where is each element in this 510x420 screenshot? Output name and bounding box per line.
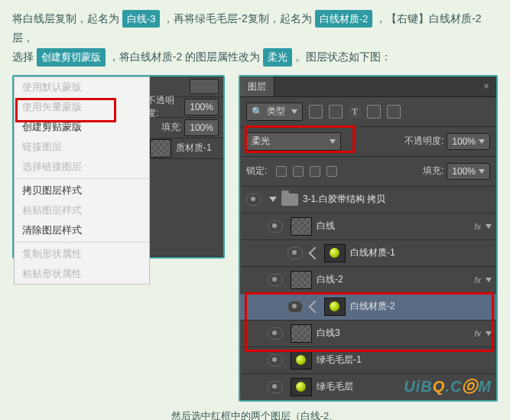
layer-thumb [291,324,312,343]
visibility-icon[interactable] [287,247,303,259]
fill-value[interactable]: 100% [447,163,490,180]
blend-mode-value: 柔光 [252,135,270,148]
blend-mode-dropdown[interactable]: 柔光 [246,132,341,151]
lock-trans-icon[interactable] [276,166,287,177]
layer-group[interactable]: 3-1.白胶带结构 拷贝 [240,187,496,213]
separator [15,178,149,179]
close-icon[interactable]: × [479,80,493,93]
tag-baixian3: 白线-3 [122,10,161,28]
fx-badge[interactable]: fx [474,222,481,231]
visibility-icon[interactable] [268,327,283,340]
visibility-icon[interactable] [268,354,283,366]
ctx-item: 链接图层 [15,137,149,157]
layer-thumb [291,271,312,289]
visibility-icon[interactable] [246,194,261,206]
layer-row-clipped[interactable]: 白线材质-2 [240,294,496,321]
clip-indicator-icon [308,246,321,259]
dropdown[interactable] [190,79,219,94]
layer-row[interactable]: 白线-2 fx [240,267,496,294]
instr-text: 选择 [12,50,34,63]
visibility-icon[interactable] [268,381,283,393]
instr-text: 将白线层复制，起名为 [12,12,119,24]
layer-thumb [291,351,312,370]
filter-smart-icon[interactable] [387,105,401,119]
opacity-label: 不透明度: [147,94,182,120]
layers-list: 3-1.白胶带结构 拷贝 白线 fx 白线材质-1 白线-2 fx [240,187,496,400]
layer-name: 白线 [317,220,474,233]
chevron-down-icon [330,139,336,144]
ctx-paste-style: 粘贴图层样式 [15,200,149,220]
layer-thumb [291,217,312,236]
ctx-copy-style[interactable]: 拷贝图层样式 [15,181,149,200]
expand-icon[interactable] [269,197,277,202]
lock-paint-icon[interactable] [293,166,304,177]
layer-name: 白线-2 [317,273,474,286]
filter-kind-dropdown[interactable]: 🔍 类型 [246,103,303,121]
clip-indicator-icon [308,300,321,313]
fill-value[interactable]: 100% [184,119,219,136]
lock-all-icon[interactable] [326,166,337,177]
ctx-clear-style[interactable]: 清除图层样式 [15,220,149,240]
layer-row[interactable]: 白线3 fx [240,321,496,347]
instr-text: ，再将绿毛毛层-2复制，起名为 [163,12,311,24]
folder-icon [281,194,298,206]
filter-toolbar: 🔍 类型 T [240,97,496,127]
chevron-down-icon [291,109,297,114]
context-menu: 使用默认蒙版 使用矢量蒙版 创建剪贴蒙版 链接图层 选择链接图层 拷贝图层样式 … [14,77,150,285]
filter-shape-icon[interactable] [367,105,381,119]
visibility-icon[interactable] [287,301,303,313]
opacity-label: 不透明度: [404,135,443,148]
chevron-down-icon [479,139,485,144]
layer-thumb [291,378,312,396]
fx-badge[interactable]: fx [474,275,481,285]
layer-name: 质材质-1 [176,142,212,155]
chevron-down-icon[interactable] [486,224,492,229]
ctx-item: 选择链接图层 [15,157,149,177]
tab-layers[interactable]: 图层 [240,77,274,96]
ctx-item: 使用矢量蒙版 [15,97,149,117]
layer-thumb [150,139,171,158]
footer-text: 然后选中红框中的两个图层（白线-2、 [12,409,498,420]
visibility-icon[interactable] [268,274,283,286]
chevron-down-icon [479,169,485,174]
tag-clipmask: 创建剪切蒙版 [37,48,106,66]
layer-row[interactable]: 白线 fx [240,213,496,240]
fill-label: 填充: [423,164,443,177]
opacity-value[interactable]: 100% [184,99,219,116]
layer-thumb [324,298,346,316]
fx-badge[interactable]: fx [474,329,481,338]
layer-name: 白线材质-1 [350,246,492,259]
tag-material2: 白线材质-2 [315,10,373,28]
filter-type-icon[interactable]: T [349,106,361,118]
lock-move-icon[interactable] [310,166,320,177]
chevron-down-icon[interactable] [486,278,492,282]
separator [15,242,149,243]
chevron-down-icon[interactable] [486,331,492,336]
instr-text: ，将白线材质-2 的图层属性改为 [109,50,260,63]
layer-row-clipped[interactable]: 白线材质-1 [240,240,496,267]
layers-panel: × 图层 🔍 类型 T 柔光 不透明度: 100% [239,75,498,402]
filter-adjust-icon[interactable] [329,105,343,119]
layer-thumb [324,244,346,262]
instr-text: 。图层状态如下图： [295,50,391,63]
lock-label: 锁定: [246,164,267,177]
watermark: UiBQ.CⓞM [404,376,492,397]
layer-name: 3-1.白胶带结构 拷贝 [303,193,492,206]
left-panel-bg: 不透明度: 100% 填充: 100% 质材质-1 [147,77,223,256]
ctx-item: 粘贴形状属性 [15,264,149,284]
layer-name: 白线3 [317,327,474,340]
ctx-item: 复制形状属性 [15,244,149,264]
ctx-item: 使用默认蒙版 [15,77,149,97]
context-menu-figure: 不透明度: 100% 填充: 100% 质材质-1 使用默认蒙版 使用矢量蒙版 … [12,75,225,259]
layer-name: 白线材质-2 [350,300,492,313]
layer-row[interactable]: 绿毛毛层-1 [240,347,496,374]
ctx-create-clip-mask[interactable]: 创建剪贴蒙版 [15,117,149,137]
filter-kind-label: 类型 [267,105,285,118]
tag-softlight: 柔光 [263,48,292,66]
layer-name: 绿毛毛层-1 [317,353,492,366]
fill-label: 填充: [161,121,182,134]
filter-pixel-icon[interactable] [309,105,323,119]
opacity-value[interactable]: 100% [447,133,490,150]
visibility-icon[interactable] [268,220,283,233]
